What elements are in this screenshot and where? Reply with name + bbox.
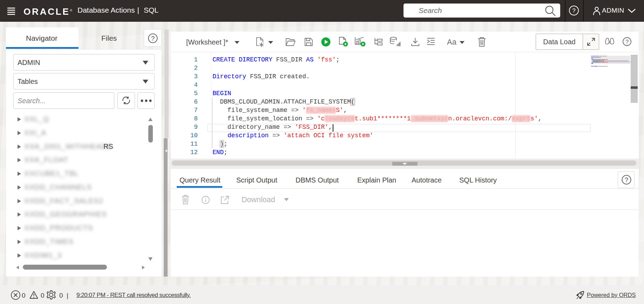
svg-text:?: ? — [151, 35, 155, 42]
svg-text:?: ? — [572, 7, 575, 14]
svg-text:?: ? — [625, 177, 628, 184]
svg-text:?: ? — [625, 39, 628, 45]
